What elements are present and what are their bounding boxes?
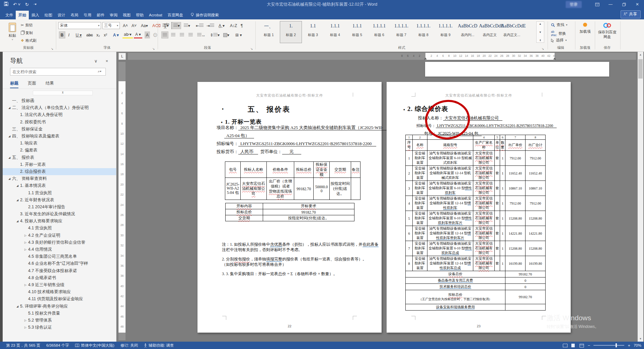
text-highlight-icon[interactable]: ab̷ ▾ [123, 31, 133, 38]
tab-设计[interactable]: 设计 [55, 11, 68, 19]
expander-icon[interactable]: ◢ [15, 199, 20, 202]
style-item-标题 2[interactable]: 1.标题 2 [280, 21, 302, 43]
nav-heading-item[interactable]: 4.11 供货期及投标保证金响应 [3, 296, 116, 303]
expander-icon[interactable]: ▷ [23, 283, 28, 286]
clear-formatting-icon[interactable]: A⌫ [151, 22, 162, 29]
bullets-icon[interactable]: ▾ [161, 22, 170, 29]
nav-heading-item[interactable]: 4.10 技术规格要求响应 [3, 288, 116, 296]
redo-icon[interactable]: ↻ [25, 2, 29, 7]
copy-button[interactable]: 复制 [21, 30, 33, 35]
font-name-select[interactable]: 宋体▾ [58, 22, 101, 29]
spellcheck-status[interactable]: 简体中文(中国大陆) [75, 343, 114, 348]
jump-to-top-bar[interactable]: ⊼ [33, 91, 93, 95]
expander-icon[interactable]: ◢ [15, 184, 20, 187]
scroll-up-icon[interactable]: ▲ [638, 52, 643, 57]
style-item-标题 4[interactable]: 1.1.1标题 4 [324, 21, 346, 43]
tab-文件[interactable]: 文件 [3, 11, 16, 19]
nav-heading-item[interactable]: ▷4.3 良好的银行资信和企业信誉 [3, 239, 116, 246]
expander-icon[interactable]: ◢ [7, 156, 12, 159]
accessibility-status[interactable]: 辅助功能: 调查 [144, 343, 174, 348]
nav-heading-item[interactable]: ◢1. 基本情况表 [3, 182, 116, 189]
nav-heading-item[interactable]: 三、 投标保证金 [3, 126, 116, 133]
scroll-down-icon[interactable]: ▼ [539, 31, 542, 34]
zoom-slider[interactable] [593, 345, 624, 346]
style-item-表内列...[interactable]: AaBbCcD表内列... [457, 21, 479, 43]
align-center-icon[interactable] [170, 31, 176, 38]
expander-icon[interactable]: ◢ [15, 305, 20, 308]
qat-customize-icon[interactable]: ⸱▾ [33, 2, 37, 7]
tab-开始[interactable]: 开始 [16, 11, 29, 19]
tab-布局[interactable]: 布局 [68, 11, 81, 19]
nav-heading-item[interactable]: 4.5 非集团公司三商黑名单 [3, 253, 116, 260]
nav-heading-item[interactable]: 1.1 营业执照 [3, 189, 116, 196]
nav-heading-item[interactable]: ▷5.3 绿色认证 [3, 324, 116, 331]
show-marks-icon[interactable]: ¶ [240, 22, 244, 29]
style-item-表内正文[interactable]: AaBbCcDdE表内正文 [479, 21, 501, 43]
borders-icon[interactable]: ⊞ ▾ [234, 31, 243, 38]
indent-marker[interactable] [424, 57, 427, 60]
tab-百度网盘[interactable]: 百度网盘 [165, 11, 186, 19]
search-icon[interactable]: ⌕▾ [98, 69, 101, 74]
ribbon-display-options-icon[interactable] [590, 0, 604, 9]
nav-heading-item[interactable]: 2. 综合报价表 [3, 168, 116, 175]
nav-heading-item[interactable]: 1. 开标一览表 [3, 161, 116, 168]
expander-icon[interactable]: ▷ [23, 319, 28, 322]
asian-layout-icon[interactable]: A̲˯▾ [218, 22, 226, 29]
word-count[interactable]: 6/36584 个字 [46, 343, 69, 348]
style-item-标题 1[interactable]: 一、标题 1 [258, 21, 280, 43]
zoom-out-icon[interactable]: − [588, 343, 590, 348]
style-item-标题 6[interactable]: 1.1.1.1标题 6 [368, 21, 390, 43]
tab-绘图[interactable]: 绘图 [42, 11, 55, 19]
nav-heading-item[interactable]: ▷4.9 近三年销售业绩 [3, 281, 116, 288]
nav-heading-item[interactable]: 4.6 企业名称不含“辽河油田”字样 [3, 260, 116, 267]
nav-heading-item[interactable]: ◢四、 投标响应表及偏差表 [3, 133, 116, 140]
close-icon[interactable]: × [105, 59, 108, 64]
gallery-more-icon[interactable]: ⇟ [539, 39, 542, 42]
nav-heading-item[interactable]: 2.1 2024年审计报告 [3, 204, 116, 211]
save-icon[interactable] [4, 2, 8, 7]
line-spacing-icon[interactable]: ⇕▾ [209, 31, 221, 38]
expander-icon[interactable]: ◢ [7, 135, 12, 138]
decrease-indent-icon[interactable]: ⇤ [195, 22, 205, 29]
underline-button[interactable]: U ▾ [74, 31, 83, 38]
nav-heading-item[interactable]: ◢二、 法定代表人（单位负责人）身份证明 [3, 104, 116, 111]
tab-引用[interactable]: 引用 [81, 11, 94, 19]
character-shading-icon[interactable]: A [145, 31, 150, 38]
italic-button[interactable]: I [67, 31, 71, 38]
nav-heading-item[interactable]: 4.1 营业执照 [3, 225, 116, 232]
nav-heading-item[interactable]: 1. 响应表 [3, 140, 116, 147]
scrollbar-thumb[interactable] [638, 59, 643, 79]
close-button[interactable]: ✕ [631, 0, 644, 9]
scroll-up-icon[interactable]: ▲ [539, 22, 542, 25]
nav-heading-item[interactable]: ◢五、 报价表 [3, 154, 116, 161]
select-button[interactable]: 选择▾ [551, 38, 567, 43]
styles-gallery-scroll[interactable]: ▲▼⇟ [536, 21, 544, 43]
print-layout-icon[interactable] [571, 343, 576, 348]
font-size-select[interactable]: 三号▾ [102, 22, 120, 29]
expander-icon[interactable]: ◢ [7, 177, 12, 180]
nav-heading-item[interactable]: ▷4.4 信用情况 [3, 246, 116, 253]
save-to-baidu-button[interactable]: 保存到百度网盘 [596, 22, 618, 39]
vertical-ruler[interactable]: 2468101214161820222426283032343638404244… [118, 62, 126, 340]
dialog-launcher-icon[interactable]: ↘ [152, 47, 155, 50]
undo-icon[interactable]: ↶ ˅ [13, 2, 20, 7]
nav-heading-item[interactable]: 5.1 投标文件质量 [3, 310, 116, 317]
tell-me-box[interactable]: 操作说明搜索 [190, 11, 219, 19]
tab-视图[interactable]: 视图 [120, 11, 133, 19]
expander-icon[interactable]: ◢ [7, 106, 12, 109]
share-button[interactable]: 共享 [621, 10, 641, 18]
dialog-launcher-icon[interactable]: ↘ [542, 47, 544, 50]
scroll-down-icon[interactable]: ▼ [638, 336, 643, 342]
nav-heading-item[interactable]: 2. 授权委托书 [3, 119, 116, 126]
chevron-down-icon[interactable]: ∨ [94, 59, 97, 64]
nav-heading-item[interactable]: ▷4.2 生产企业证明 [3, 232, 116, 239]
open-bid-requirements-table[interactable]: 开标内容开标要求投标总价99182.70交货期按指定时间(分批)送达。 [225, 203, 354, 221]
format-painter-button[interactable]: ❖格式刷 [21, 38, 36, 43]
restore-button[interactable] [617, 0, 631, 9]
expander-icon[interactable]: ▷ [23, 248, 28, 251]
addins-button[interactable]: 加载项 [576, 22, 594, 34]
expander-icon[interactable]: ▷ [23, 234, 28, 237]
nav-heading-item[interactable]: 4.8 合规承诺书 [3, 274, 116, 281]
document-page-22[interactable]: 大安市宏信石油机械有限公司-投标文件 • 五、 报价表 • 1. 开标一览表 项… [197, 82, 382, 333]
strikethrough-button[interactable]: abc [85, 31, 94, 38]
